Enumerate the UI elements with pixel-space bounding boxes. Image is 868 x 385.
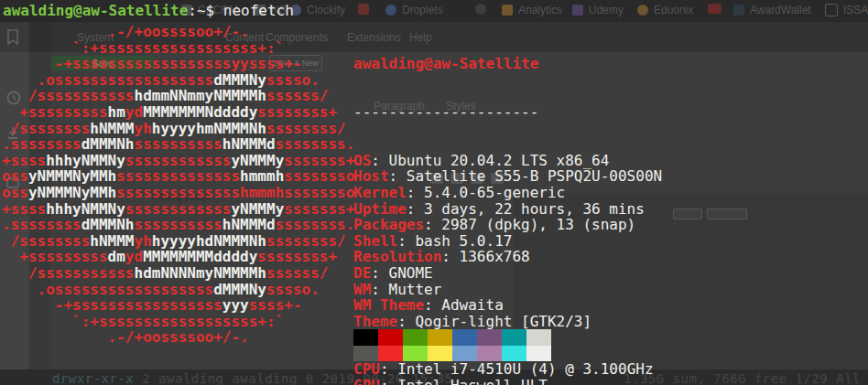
ascii-art-line: +sssshhhyNMMNyssssssssssssyNMMMysssssss+ bbox=[2, 153, 354, 169]
palette-swatch bbox=[403, 329, 428, 346]
palette-swatch bbox=[378, 329, 403, 346]
neofetch-underline: --------------------- bbox=[353, 104, 662, 121]
palette-swatch bbox=[526, 329, 551, 346]
ascii-art-line: +sssshhhyNMMNyssssssssssssyNMMMysssssss+ bbox=[2, 201, 354, 218]
info-row: CPU: Intel i7-4510U (4) @ 3.100GHz bbox=[353, 361, 662, 378]
ascii-art-line: /ssssssssssshdmNNNNmyNMMMMhssssss/ bbox=[2, 265, 354, 282]
ascii-art-line: -+sssssssssssssssssyyyssss+- bbox=[2, 297, 354, 314]
shell-prompt[interactable]: awalding@aw-Satellite:~$ neofetch bbox=[3, 2, 294, 19]
palette-swatch bbox=[353, 329, 378, 346]
info-row: Kernel: 5.4.0-65-generic bbox=[353, 185, 662, 201]
info-row: Host: Satellite S55-B PSPQ2U-00S00N bbox=[353, 168, 662, 185]
ascii-art-line: .-/+oossssoo+/-. bbox=[2, 329, 354, 346]
ascii-art-line: -+ssssssssssssssssssyyssss+- bbox=[2, 56, 354, 72]
ascii-art-line: /ssssssssssshdmmNNmmyNMMMMhssssss/ bbox=[2, 88, 354, 104]
palette-swatch bbox=[502, 346, 526, 362]
palette-swatch bbox=[378, 346, 403, 362]
info-row: DE: GNOME bbox=[353, 265, 662, 282]
info-row: Packages: 2987 (dpkg), 13 (snap) bbox=[353, 217, 662, 233]
info-row: Theme: Qogir-light [GTK2/3] bbox=[353, 314, 662, 330]
ascii-art-line: +sssssssssdmydMMMMMMMMddddyssssssss+ bbox=[2, 249, 354, 265]
palette-swatch bbox=[428, 329, 452, 346]
ascii-art-line: .-/+oossssoo+/-. bbox=[2, 24, 354, 40]
ascii-art-line: `:+ssssssssssssssssss+:` bbox=[2, 314, 354, 330]
info-row: OS: Ubuntu 20.04.2 LTS x86_64 bbox=[353, 153, 662, 169]
terminal-window[interactable]: awalding@aw-Satellite:~$ neofetch .-/+oo… bbox=[0, 0, 868, 385]
neofetch-title: awalding@aw-Satellite bbox=[353, 56, 662, 72]
palette-swatch bbox=[526, 346, 551, 362]
ascii-art-line: .ssssssssdMMMNhsssssssssshNMMMdssssssss. bbox=[2, 217, 354, 233]
ascii-art-line: /sssssssshNMMMyhhyyyyhmNMMMNhssssssss/ bbox=[2, 121, 354, 137]
palette-swatch bbox=[477, 329, 502, 346]
palette-swatch bbox=[403, 346, 428, 362]
info-row: GPU: Intel Haswell-ULT bbox=[353, 378, 662, 385]
palette-swatch bbox=[353, 346, 378, 362]
info-row: Resolution: 1366x768 bbox=[353, 249, 662, 265]
prompt-user-host: awalding@aw-Satellite bbox=[3, 2, 188, 19]
desktop-screenshot: CSCRMNSClockifyDropletsAnalyticsUdemyEdu… bbox=[0, 0, 868, 385]
info-row: WM: Mutter bbox=[353, 282, 662, 298]
ascii-art-line: .ossssssssssssssssssdMMMNysssso. bbox=[2, 282, 354, 298]
neofetch-ascii-logo: .-/+oossssoo+/-. `:+ssssssssssssssssss+:… bbox=[2, 24, 354, 346]
palette-row bbox=[353, 329, 551, 346]
palette-swatch bbox=[502, 329, 526, 346]
terminal-color-palette bbox=[353, 329, 551, 361]
info-row: Uptime: 3 days, 22 hours, 36 mins bbox=[353, 201, 662, 218]
ascii-art-line: .ssssssssdMMMNhsssssssssshNMMMdssssssss. bbox=[2, 136, 354, 153]
ascii-art-line: ossyNMMMNyMMhsssssssssssssshmmmhssssssso bbox=[2, 185, 354, 201]
palette-swatch bbox=[452, 329, 477, 346]
ascii-art-line: `:+ssssssssssssssssss+:` bbox=[2, 40, 354, 57]
palette-row bbox=[353, 346, 551, 362]
palette-swatch bbox=[452, 346, 477, 362]
prompt-command: :~$ neofetch bbox=[188, 2, 294, 19]
info-row: WM Theme: Adwaita bbox=[353, 297, 662, 314]
ascii-art-line: ossyNMMMNyMMhsssssssssssssshmmmhssssssso bbox=[2, 168, 354, 185]
palette-swatch bbox=[477, 346, 502, 362]
palette-swatch bbox=[428, 346, 452, 362]
ascii-art-line: +ssssssssshmydMMMMMMMNddddyssssssss+ bbox=[2, 104, 354, 121]
ascii-art-line: /sssssssshNMMMyhhyyyyhdNMMMNhssssssss/ bbox=[2, 233, 354, 250]
ascii-art-line: .ossssssssssssssssssdMMMNysssso. bbox=[2, 72, 354, 89]
info-row: Shell: bash 5.0.17 bbox=[353, 233, 662, 250]
